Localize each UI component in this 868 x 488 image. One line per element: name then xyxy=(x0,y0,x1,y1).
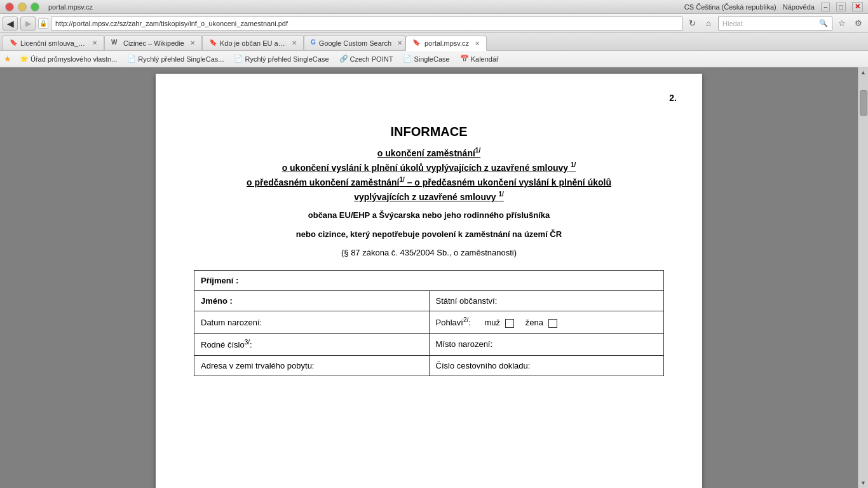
form-pohlavie-cell: Pohlaví2/: muž žena xyxy=(429,311,664,334)
doc-form: Příjmení : Jméno : Státní občanství: Dat… xyxy=(194,270,664,376)
navbar: ◀ ▶ 🔒 http://portal.mpsv.cz/sz/zahr_zam/… xyxy=(0,14,868,33)
tab-close-3[interactable]: ✕ xyxy=(397,39,402,46)
form-rodne-label: Rodné číslo3/: xyxy=(194,334,430,355)
help-button[interactable]: Nápověda xyxy=(783,3,815,11)
scroll-down-button[interactable]: ▼ xyxy=(859,478,868,488)
bookmark-icon-2: 📄 xyxy=(234,55,243,63)
minimize-button[interactable] xyxy=(18,3,27,11)
tab-favicon-4: 🔖 xyxy=(412,39,421,48)
titlebar-title: portal.mpsv.cz xyxy=(48,3,93,11)
star-button[interactable]: ☆ xyxy=(835,17,849,30)
tools-button[interactable]: ⚙ xyxy=(851,17,865,30)
tab-close-4[interactable]: ✕ xyxy=(475,40,480,47)
doc-text2: nebo cizince, který nepotřebuje povolení… xyxy=(194,227,664,241)
language-selector[interactable]: CS Čeština (Česká republika) xyxy=(684,3,776,11)
refresh-button[interactable]: ↻ xyxy=(685,17,699,30)
bookmarks-star-icon: ★ xyxy=(4,54,11,64)
bookmarksbar: ★ ⭐ Úřad průmyslového vlastn... 📄 Rychlý… xyxy=(0,51,868,67)
win-maximize[interactable]: □ xyxy=(836,3,846,11)
tab-favicon-2: 🔖 xyxy=(209,39,217,48)
bookmark-icon-5: 📅 xyxy=(460,55,469,63)
win-close[interactable]: ✕ xyxy=(852,2,863,11)
pdf-page: 2. INFORMACE o ukončení zaměstnání1/ o u… xyxy=(156,74,702,488)
tab-close-2[interactable]: ✕ xyxy=(292,39,297,46)
form-row-datum: Datum narození: Pohlaví2/: muž žena xyxy=(194,311,664,334)
bookmark-rychly1[interactable]: 📄 Rychlý přehled SingleCas... xyxy=(123,53,228,65)
form-prijmeni-label: Příjmení : xyxy=(194,271,664,291)
doc-subtitle3: o předčasném ukončení zaměstnání1/ – o p… xyxy=(194,175,664,189)
titlebar-left: portal.mpsv.cz xyxy=(5,3,93,11)
form-obcanstvi-label: Státní občanství: xyxy=(429,291,664,311)
win-minimize[interactable]: − xyxy=(821,3,830,11)
doc-title: INFORMACE xyxy=(194,125,664,139)
bookmark-icon-3: 🔗 xyxy=(339,55,348,63)
search-placeholder: Hledat xyxy=(722,20,743,27)
bookmark-rychly2[interactable]: 📄 Rychlý přehled SingleCase xyxy=(229,53,333,65)
page-number: 2. xyxy=(669,93,677,103)
pdf-viewer[interactable]: 2. INFORMACE o ukončení zaměstnání1/ o u… xyxy=(0,67,858,488)
bookmark-icon-4: 📄 xyxy=(403,55,412,63)
form-misto-label: Místo narození: xyxy=(429,334,664,355)
form-jmeno-label: Jméno : xyxy=(194,291,430,311)
checkbox-zena[interactable] xyxy=(548,319,557,328)
tab-cizinec[interactable]: W Cizinec – Wikipedie ✕ xyxy=(104,35,202,50)
scrollbar-vertical[interactable]: ▲ ▼ xyxy=(858,67,868,488)
tab-obcan[interactable]: 🔖 Kdo je občan EU a jeho rodinn... ✕ xyxy=(202,35,304,50)
bookmark-kalendar[interactable]: 📅 Kalendář xyxy=(456,53,503,65)
tab-favicon-3: G xyxy=(311,39,316,48)
form-row-rodne: Rodné číslo3/: Místo narození: xyxy=(194,334,664,355)
search-icon[interactable]: 🔍 xyxy=(819,19,828,27)
bookmark-icon-1: 📄 xyxy=(127,55,136,63)
search-bar[interactable]: Hledat 🔍 xyxy=(718,17,832,30)
home-button[interactable]: ⌂ xyxy=(702,17,715,30)
tab-portal[interactable]: 🔖 portal.mpsv.cz ✕ xyxy=(405,36,487,51)
tab-favicon-0: 🔖 xyxy=(10,39,17,48)
doc-text1: občana EU/EHP a Švýcarska nebo jeho rodi… xyxy=(194,208,664,222)
titlebar-right: CS Čeština (Česká republika) Nápověda − … xyxy=(684,2,863,11)
form-cislo-label: Číslo cestovního dokladu: xyxy=(429,355,664,376)
tab-close-0[interactable]: ✕ xyxy=(92,39,97,46)
tab-licencni[interactable]: 🔖 Licenční smlouva_upba_NAKU... ✕ xyxy=(3,35,104,50)
form-row-adresa: Adresa v zemi trvalého pobytu: Číslo ces… xyxy=(194,355,664,376)
form-datum-label: Datum narození: xyxy=(194,311,430,334)
forward-button[interactable]: ▶ xyxy=(20,17,36,30)
doc-subtitle4: vyplývajících z uzavřené smlouvy 1/ xyxy=(194,189,664,204)
content-area: 2. INFORMACE o ukončení zaměstnání1/ o u… xyxy=(0,67,868,488)
doc-subtitle2: o ukončení vyslání k plnění úkolů vyplýv… xyxy=(194,160,664,175)
tab-favicon-1: W xyxy=(111,39,120,48)
scroll-up-button[interactable]: ▲ xyxy=(859,67,868,78)
tab-close-1[interactable]: ✕ xyxy=(190,39,195,46)
address-bar-container: 🔒 http://portal.mpsv.cz/sz/zahr_zam/tisk… xyxy=(38,17,682,30)
doc-subtitle1: o ukončení zaměstnání1/ xyxy=(194,146,664,160)
bookmark-icon-0: ⭐ xyxy=(20,55,29,63)
bookmark-singlecase[interactable]: 📄 SingleCase xyxy=(398,53,454,65)
maximize-button[interactable] xyxy=(31,3,39,11)
titlebar: portal.mpsv.cz CS Čeština (Česká republi… xyxy=(0,0,868,14)
form-adresa-label: Adresa v zemi trvalého pobytu: xyxy=(194,355,430,376)
bookmark-urad[interactable]: ⭐ Úřad průmyslového vlastn... xyxy=(15,53,121,65)
doc-text3: (§ 87 zákona č. 435/2004 Sb., o zaměstna… xyxy=(194,245,664,260)
scrollbar-thumb[interactable] xyxy=(860,90,867,116)
address-bar[interactable]: http://portal.mpsv.cz/sz/zahr_zam/tiskop… xyxy=(51,17,682,30)
form-row-prijmeni: Příjmení : xyxy=(194,271,664,291)
bookmark-czechpoint[interactable]: 🔗 Czech POINT xyxy=(335,53,398,65)
tabsbar: 🔖 Licenční smlouva_upba_NAKU... ✕ W Cizi… xyxy=(0,33,868,51)
checkbox-muz[interactable] xyxy=(505,319,514,328)
tab-google[interactable]: G Google Custom Search ✕ xyxy=(304,35,405,50)
form-row-jmeno: Jméno : Státní občanství: xyxy=(194,291,664,311)
back-button[interactable]: ◀ xyxy=(3,17,18,30)
address-favicon: 🔒 xyxy=(38,18,48,29)
close-button[interactable] xyxy=(5,3,14,11)
